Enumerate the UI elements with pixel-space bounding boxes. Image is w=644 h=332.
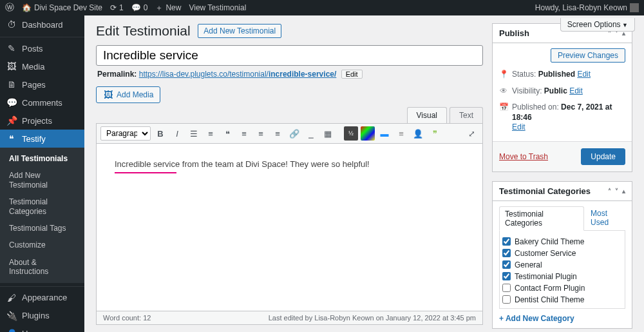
toggle-icon[interactable]: ▴: [622, 188, 625, 195]
sidebar-item-users[interactable]: 👤Users: [0, 325, 84, 332]
category-label: Customer Service: [515, 249, 576, 258]
sidebar-item-projects[interactable]: 📌Projects: [0, 112, 84, 130]
category-item[interactable]: Customer Service: [502, 248, 622, 259]
bar-icon[interactable]: ▬: [377, 126, 392, 141]
dashboard-icon: ⏱: [6, 19, 17, 30]
add-media-button[interactable]: 🖼 Add Media: [96, 86, 160, 103]
category-item[interactable]: General: [502, 259, 622, 271]
sidebar-item-media[interactable]: 🖼Media: [0, 57, 84, 75]
view-link[interactable]: View Testimonial: [189, 3, 246, 12]
screen-options-toggle[interactable]: Screen Options: [560, 18, 635, 32]
cat-tab-all[interactable]: Testimonial Categories: [499, 206, 584, 231]
tab-text[interactable]: Text: [450, 107, 483, 123]
category-checkbox[interactable]: [502, 295, 511, 304]
site-link[interactable]: 🏠 Divi Space Dev Site: [22, 3, 102, 12]
cat-tab-most-used[interactable]: Most Used: [591, 206, 625, 230]
sidebar-item-appearance[interactable]: 🖌Appearance: [0, 289, 84, 307]
sidebar-item-label: Projects: [22, 116, 52, 126]
updates-link[interactable]: ⟳ 1: [110, 3, 124, 12]
edit-date-link[interactable]: Edit: [512, 122, 526, 132]
permalink-row: Permalink: https://lisa-dev.pluglets.co/…: [96, 66, 483, 83]
category-item[interactable]: Testimonial Plugin: [502, 271, 622, 282]
post-title-input[interactable]: [96, 45, 483, 66]
submenu-about[interactable]: About & Instructions: [0, 254, 84, 280]
category-list: Bakery Child ThemeCustomer ServiceGenera…: [499, 231, 625, 309]
comments-link[interactable]: 💬 0: [131, 3, 148, 12]
add-category-link[interactable]: + Add New Category: [499, 309, 574, 323]
submenu-testify: All Testimonials Add New Testimonial Tes…: [0, 148, 84, 283]
category-item[interactable]: Bakery Child Theme: [502, 236, 622, 248]
submenu-all-testimonials[interactable]: All Testimonials: [0, 150, 84, 167]
spellcheck-underline: [115, 172, 176, 173]
editor-footer: Word count: 12 Last edited by Lisa-Robyn…: [96, 311, 483, 325]
category-checkbox[interactable]: [502, 284, 511, 292]
category-checkbox[interactable]: [502, 272, 511, 280]
submenu-customize[interactable]: Customize: [0, 237, 84, 253]
link-icon[interactable]: 🔗: [287, 126, 301, 141]
person-icon[interactable]: 👤: [411, 126, 425, 141]
editor-content[interactable]: Incredible service from the team at Divi…: [96, 144, 483, 311]
user-icon: 👤: [6, 329, 17, 332]
submenu-tags[interactable]: Testimonial Tags: [0, 220, 84, 237]
update-button[interactable]: Update: [581, 148, 625, 165]
align-left-icon[interactable]: ≡: [237, 126, 251, 141]
move-down-icon[interactable]: ˅: [615, 188, 618, 195]
sidebar-item-dashboard[interactable]: ⏱Dashboard: [0, 15, 84, 34]
trash-link[interactable]: Move to Trash: [499, 152, 548, 161]
edit-visibility-link[interactable]: Edit: [569, 86, 583, 95]
tab-visual[interactable]: Visual: [407, 107, 447, 123]
category-item[interactable]: Contact Form Plugin: [502, 282, 622, 294]
italic-icon[interactable]: I: [170, 126, 184, 141]
preview-button[interactable]: Preview Changes: [551, 48, 625, 63]
wp-logo-icon[interactable]: ⓦ: [5, 2, 14, 14]
sidebar-item-label: Pages: [22, 80, 46, 90]
howdy-link[interactable]: Howdy, Lisa-Robyn Keown: [535, 3, 639, 12]
category-checkbox[interactable]: [502, 237, 511, 246]
move-up-icon[interactable]: ˄: [608, 188, 611, 195]
bold-icon[interactable]: B: [153, 126, 167, 141]
category-checkbox[interactable]: [502, 260, 511, 269]
category-label: Dentist Child Theme: [515, 295, 585, 304]
sidebar-item-plugins[interactable]: 🔌Plugins: [0, 307, 84, 325]
new-link[interactable]: ＋ New: [155, 3, 181, 14]
pin-icon: ✎: [6, 43, 17, 54]
permalink-link[interactable]: https://lisa-dev.pluglets.co/testimonial…: [139, 70, 337, 79]
pin-icon: 📍: [499, 70, 508, 80]
category-label: Testimonial Plugin: [515, 272, 577, 281]
category-item[interactable]: Dentist Child Theme: [502, 294, 622, 306]
align-center-icon[interactable]: ≡: [254, 126, 268, 141]
site-name: Divi Space Dev Site: [34, 3, 102, 12]
submenu-categories[interactable]: Testimonial Categories: [0, 193, 84, 220]
sidebar-item-label: Appearance: [22, 293, 67, 302]
kitchen-sink-icon[interactable]: ▦: [321, 126, 335, 141]
sidebar-item-pages[interactable]: 🗎Pages: [0, 75, 84, 93]
separator: [337, 126, 341, 141]
align-right-icon[interactable]: ≡: [270, 126, 285, 141]
sidebar-item-posts[interactable]: ✎Posts: [0, 39, 84, 57]
sidebar-item-comments[interactable]: 💬Comments: [0, 93, 84, 112]
sidebar-item-label: Dashboard: [22, 20, 63, 30]
number-list-icon[interactable]: ≡: [204, 126, 218, 141]
avatar-icon: [630, 3, 639, 12]
new-label: New: [166, 3, 181, 12]
media-icon: 🖼: [6, 61, 17, 72]
bullet-list-icon[interactable]: ☰: [187, 126, 201, 141]
fullscreen-icon[interactable]: ⤢: [464, 126, 478, 141]
submenu-add-new[interactable]: Add New Testimonial: [0, 167, 84, 193]
quote2-icon[interactable]: ❞: [428, 126, 442, 141]
permalink-edit-button[interactable]: Edit: [341, 70, 363, 79]
permalink-label: Permalink:: [97, 70, 137, 79]
add-new-button[interactable]: Add New Testimonial: [198, 24, 281, 38]
more-icon[interactable]: ⎯: [304, 126, 318, 141]
text-icon[interactable]: ≡: [394, 126, 408, 141]
half-icon[interactable]: ½: [344, 126, 358, 141]
category-checkbox[interactable]: [502, 249, 511, 257]
color-icon[interactable]: [361, 126, 375, 141]
menu-separator: [0, 283, 84, 287]
format-select[interactable]: Paragraph: [100, 126, 151, 141]
publish-box: Publish ˄˅▴ Preview Changes 📍Status: Pub…: [492, 23, 632, 172]
sidebar-item-testify[interactable]: ❝Testify: [0, 130, 84, 148]
sidebar-item-label: Posts: [22, 44, 43, 54]
edit-status-link[interactable]: Edit: [577, 70, 591, 79]
quote-icon[interactable]: ❝: [220, 126, 234, 141]
